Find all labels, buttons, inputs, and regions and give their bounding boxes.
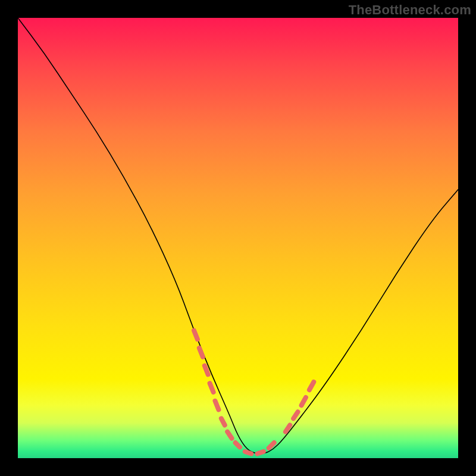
- highlight-dash: [269, 443, 274, 448]
- highlight-dash: [199, 348, 203, 357]
- highlight-dash: [245, 452, 251, 454]
- highlight-dash: [194, 330, 198, 339]
- chart-svg: [18, 18, 458, 458]
- highlight-dash: [215, 401, 219, 410]
- highlight-dash: [205, 366, 208, 375]
- highlight-dash: [302, 397, 306, 405]
- plot-area: [18, 18, 458, 458]
- highlight-dash: [210, 383, 214, 392]
- chart-frame: TheBottleneck.com: [0, 0, 476, 476]
- highlight-dash: [293, 412, 298, 418]
- highlight-dash: [221, 418, 225, 425]
- highlight-dash: [258, 452, 264, 454]
- watermark-text: TheBottleneck.com: [349, 2, 471, 18]
- bottleneck-curve: [18, 18, 458, 454]
- highlight-dash: [227, 432, 231, 439]
- highlight-dash: [236, 443, 240, 447]
- highlight-dash: [309, 382, 314, 390]
